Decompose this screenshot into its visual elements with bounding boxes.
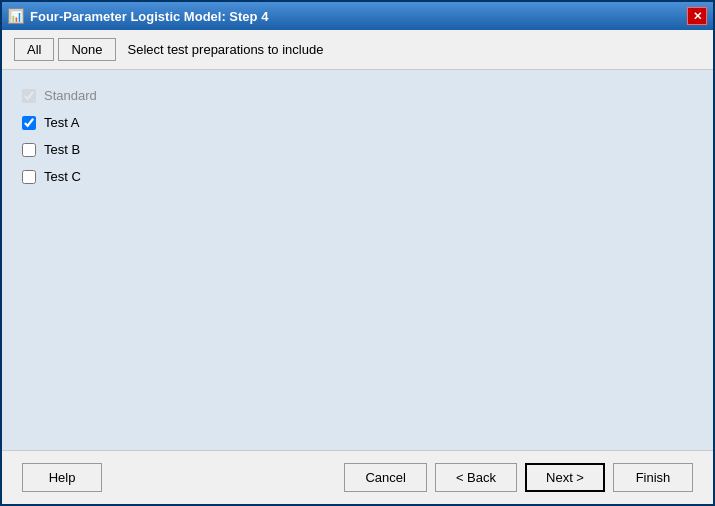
footer-left: Help (22, 463, 102, 492)
checkbox-label-testB: Test B (44, 142, 80, 157)
checkbox-label-testA: Test A (44, 115, 79, 130)
back-button[interactable]: < Back (435, 463, 517, 492)
next-button[interactable]: Next > (525, 463, 605, 492)
checkbox-standard[interactable] (22, 89, 36, 103)
checkbox-testB[interactable] (22, 143, 36, 157)
main-window: 📊 Four-Parameter Logistic Model: Step 4 … (0, 0, 715, 506)
window-icon: 📊 (8, 8, 24, 24)
help-button[interactable]: Help (22, 463, 102, 492)
none-button[interactable]: None (58, 38, 115, 61)
checkbox-testC[interactable] (22, 170, 36, 184)
title-bar: 📊 Four-Parameter Logistic Model: Step 4 … (2, 2, 713, 30)
cancel-button[interactable]: Cancel (344, 463, 426, 492)
toolbar-instruction: Select test preparations to include (128, 42, 324, 57)
footer-right: Cancel < Back Next > Finish (344, 463, 693, 492)
checkbox-item-testB: Test B (22, 140, 693, 159)
footer: Help Cancel < Back Next > Finish (2, 450, 713, 504)
window-title: Four-Parameter Logistic Model: Step 4 (30, 9, 687, 24)
toolbar: All None Select test preparations to inc… (2, 30, 713, 70)
checkbox-item-testC: Test C (22, 167, 693, 186)
checkbox-item-testA: Test A (22, 113, 693, 132)
finish-button[interactable]: Finish (613, 463, 693, 492)
all-button[interactable]: All (14, 38, 54, 61)
close-button[interactable]: ✕ (687, 7, 707, 25)
checkbox-label-standard: Standard (44, 88, 97, 103)
checkbox-item-standard: Standard (22, 86, 693, 105)
checkbox-testA[interactable] (22, 116, 36, 130)
checkbox-label-testC: Test C (44, 169, 81, 184)
content-area: Standard Test A Test B Test C (2, 70, 713, 450)
